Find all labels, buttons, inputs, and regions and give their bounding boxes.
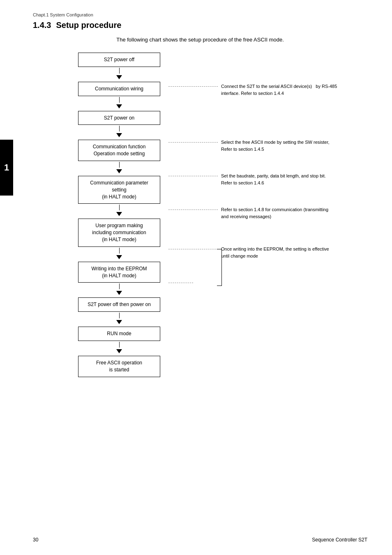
section-title-text: Setup procedure <box>56 21 121 30</box>
product-name: Sequence Controller S2T <box>312 537 367 543</box>
flow-box-communication-wiring: Communication wiring <box>78 82 160 96</box>
note-user-program: Refer to section 1.4.8 for communication… <box>168 204 337 231</box>
note-text-2: Select the free ASCII mode by setting th… <box>221 136 330 152</box>
section-number: 1.4.3 <box>33 21 51 30</box>
note-text-5: Once writing into the EEPROM, the settin… <box>221 243 329 259</box>
spacer-arrow-1 <box>168 68 337 81</box>
spacer-arrow-3 <box>168 124 337 136</box>
spacer-arrow-6 <box>168 231 337 243</box>
intro-text: The following chart shows the setup proc… <box>33 37 367 43</box>
note-eeprom: Once writing into the EEPROM, the settin… <box>168 243 329 265</box>
flow-box-run-mode: RUN mode <box>78 327 160 341</box>
dashed-line-4 <box>168 210 218 210</box>
note-operation-mode: Select the free ASCII mode by setting th… <box>168 136 337 158</box>
note-text-1: Connect the S2T to the serial ASCII devi… <box>221 81 337 97</box>
flow-box-s2t-power-on: S2T power on <box>78 111 160 125</box>
bracket-line <box>217 249 222 286</box>
spacer-1 <box>168 53 337 68</box>
sidebar-chapter-number: 1 <box>0 140 13 196</box>
flowchart-left: S2T power off Communication wiring S2T p… <box>74 53 164 377</box>
notes-column: Connect the S2T to the serial ASCII devi… <box>168 53 337 377</box>
spacer-arrow-4 <box>168 158 337 170</box>
flow-box-operation-mode: Communication functionOperation mode set… <box>78 140 160 161</box>
section-title: 1.4.3 Setup procedure <box>33 21 367 30</box>
flow-box-eeprom: Writing into the EEPROM(in HALT mode) <box>78 262 160 283</box>
spacer-arrow-7 <box>168 265 337 277</box>
note-power-cycle <box>168 277 337 292</box>
flow-box-power-cycle: S2T power off then power on <box>78 297 160 312</box>
chapter-label: Chapt.1 System Configuration <box>33 12 367 17</box>
dashed-line-3 <box>168 176 218 176</box>
note-text-4: Refer to section 1.4.8 for communication… <box>221 204 328 220</box>
flow-box-comm-param: Communication parameter setting(in HALT … <box>78 176 160 204</box>
dashed-line-6 <box>168 283 193 283</box>
flow-box-user-program: User program makingincluding communicati… <box>78 219 160 246</box>
note-text-3: Set the baudrate, parity, data bit lengt… <box>221 170 326 186</box>
spacer-3 <box>168 108 337 124</box>
spacer-arrow-2 <box>168 96 337 108</box>
dashed-line-1 <box>168 86 218 87</box>
spacer-arrow-5 <box>168 191 337 204</box>
note-eeprom-group: Once writing into the EEPROM, the settin… <box>168 243 337 265</box>
flow-box-ascii-operation: Free ASCII operationis started <box>78 356 160 377</box>
page: Chapt.1 System Configuration 1.4.3 Setup… <box>0 0 392 555</box>
page-number: 30 <box>33 537 38 543</box>
note-comm-param: Set the baudrate, parity, data bit lengt… <box>168 170 337 191</box>
page-footer: 30 Sequence Controller S2T <box>33 537 367 543</box>
flowchart-container: S2T power off Communication wiring S2T p… <box>74 53 367 377</box>
dashed-line-5 <box>168 249 218 249</box>
flow-box-s2t-power-off: S2T power off <box>78 53 160 67</box>
dashed-line-2 <box>168 142 218 143</box>
note-comm-wiring: Connect the S2T to the serial ASCII devi… <box>168 81 337 96</box>
